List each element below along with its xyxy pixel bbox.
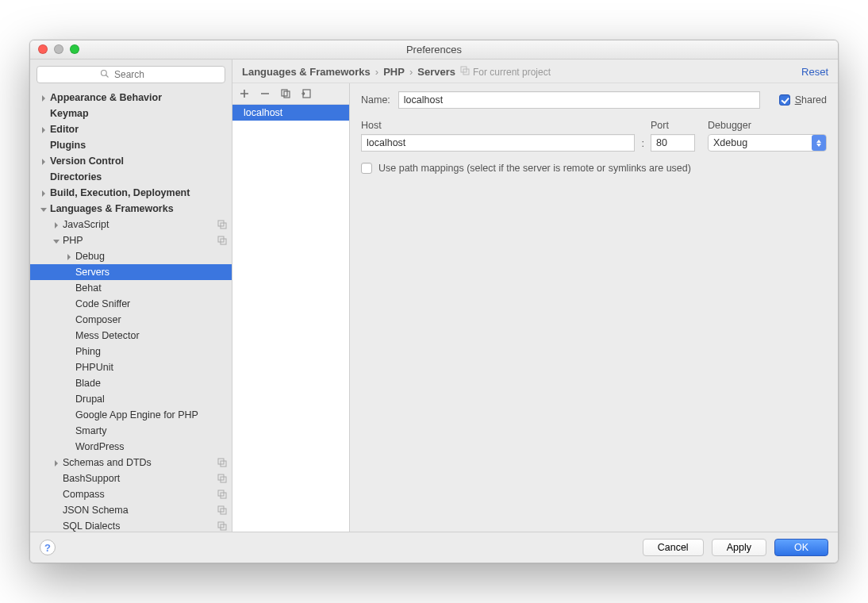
sidebar-item-directories[interactable]: Directories [30, 169, 232, 185]
search-input[interactable] [114, 69, 162, 80]
main-panel: Languages & Frameworks › PHP › Servers F… [232, 60, 838, 532]
reset-link[interactable]: Reset [801, 66, 828, 78]
titlebar: Preferences [30, 40, 838, 60]
sidebar-item-servers[interactable]: Servers [30, 264, 232, 280]
arrow-placeholder [40, 109, 48, 117]
settings-tree[interactable]: Appearance & BehaviorKeymapEditorPlugins… [30, 90, 232, 532]
sidebar-item-phpunit[interactable]: PHPUnit [30, 359, 232, 375]
sidebar-item-plugins[interactable]: Plugins [30, 137, 232, 153]
search-box[interactable] [36, 66, 225, 83]
host-label: Host [361, 120, 635, 131]
svg-point-0 [102, 70, 107, 75]
sidebar-item-compass[interactable]: Compass [30, 486, 232, 502]
sidebar-item-mess-detector[interactable]: Mess Detector [30, 328, 232, 344]
sidebar-item-languages-frameworks[interactable]: Languages & Frameworks [30, 201, 232, 217]
shared-checkbox[interactable] [779, 94, 790, 106]
sidebar-item-label: Blade [75, 378, 227, 389]
sidebar-item-label: Servers [75, 267, 227, 278]
sidebar-item-smarty[interactable]: Smarty [30, 423, 232, 439]
breadcrumb-part[interactable]: Servers [417, 66, 455, 78]
sidebar-item-label: BashSupport [63, 473, 217, 484]
sidebar-item-google-app-engine-for-php[interactable]: Google App Engine for PHP [30, 407, 232, 423]
project-scope-icon [217, 236, 227, 245]
sidebar-item-label: Drupal [75, 394, 227, 405]
sidebar-item-blade[interactable]: Blade [30, 375, 232, 391]
sidebar-item-php[interactable]: PHP [30, 232, 232, 248]
chevron-right-icon [40, 189, 48, 197]
minimize-window-button[interactable] [54, 44, 63, 54]
sidebar-item-label: Compass [63, 489, 217, 500]
chevron-right-icon: › [409, 66, 413, 78]
help-button[interactable]: ? [40, 540, 56, 555]
sidebar-item-label: Code Sniffer [75, 298, 227, 309]
import-server-button[interactable] [299, 86, 313, 101]
shared-checkbox-group[interactable]: Shared [779, 94, 827, 106]
project-scope-icon [217, 505, 227, 515]
sidebar-item-label: JavaScript [63, 219, 217, 230]
arrow-placeholder [65, 427, 73, 435]
debugger-label: Debugger [708, 120, 827, 131]
close-window-button[interactable] [38, 44, 48, 54]
sidebar-item-version-control[interactable]: Version Control [30, 153, 232, 169]
sidebar-item-javascript[interactable]: JavaScript [30, 217, 232, 232]
sidebar-item-keymap[interactable]: Keymap [30, 106, 232, 121]
name-label: Name: [361, 94, 390, 106]
cancel-button[interactable]: Cancel [643, 539, 704, 556]
zoom-window-button[interactable] [70, 44, 79, 54]
server-item-localhost[interactable]: localhost [232, 105, 349, 121]
host-field[interactable] [361, 134, 635, 152]
server-item-label: localhost [244, 107, 282, 118]
sidebar-item-label: Debug [75, 251, 227, 262]
breadcrumb: Languages & Frameworks › PHP › Servers F… [242, 66, 551, 78]
sidebar-item-label: Phing [75, 346, 227, 357]
sidebar-item-bashsupport[interactable]: BashSupport [30, 470, 232, 486]
sidebar-item-phing[interactable]: Phing [30, 344, 232, 359]
preferences-window: Preferences Appearance & BehaviorKeymapE… [29, 40, 839, 563]
sidebar-item-build-execution-deployment[interactable]: Build, Execution, Deployment [30, 185, 232, 201]
sidebar-item-label: Schemas and DTDs [63, 457, 217, 468]
chevron-right-icon [52, 459, 60, 467]
copy-server-button[interactable] [278, 86, 293, 101]
debugger-value: Xdebug [713, 137, 747, 148]
project-scope-icon [217, 220, 227, 229]
servers-list[interactable]: localhost [232, 105, 349, 532]
breadcrumb-part[interactable]: PHP [383, 66, 405, 78]
sidebar-item-editor[interactable]: Editor [30, 121, 232, 137]
sidebar-item-appearance-behavior[interactable]: Appearance & Behavior [30, 90, 232, 106]
arrow-placeholder [65, 300, 73, 308]
remove-server-button[interactable] [258, 86, 272, 101]
debugger-select[interactable]: Xdebug [708, 134, 827, 152]
sidebar-item-sql-dialects[interactable]: SQL Dialects [30, 518, 232, 532]
sidebar-item-label: WordPress [75, 441, 227, 452]
breadcrumb-part[interactable]: Languages & Frameworks [242, 66, 371, 78]
chevron-right-icon: › [375, 66, 378, 78]
add-server-button[interactable] [237, 86, 252, 101]
sidebar-item-drupal[interactable]: Drupal [30, 391, 232, 407]
select-arrow-icon [812, 135, 826, 151]
apply-button[interactable]: Apply [712, 539, 766, 556]
arrow-placeholder [65, 316, 73, 324]
sidebar-item-code-sniffer[interactable]: Code Sniffer [30, 296, 232, 312]
sidebar-item-label: Plugins [50, 140, 227, 151]
sidebar-item-wordpress[interactable]: WordPress [30, 439, 232, 455]
body: Appearance & BehaviorKeymapEditorPlugins… [30, 60, 838, 532]
sidebar-item-behat[interactable]: Behat [30, 280, 232, 296]
port-field[interactable] [651, 134, 695, 152]
chevron-down-icon [40, 205, 48, 213]
search-icon [100, 69, 109, 81]
ok-button[interactable]: OK [774, 539, 828, 556]
servers-panel: localhost [232, 83, 350, 532]
sidebar-item-label: Keymap [50, 108, 227, 119]
sidebar-item-label: Mess Detector [75, 330, 227, 341]
sidebar-item-composer[interactable]: Composer [30, 312, 232, 328]
sidebar-item-json-schema[interactable]: JSON Schema [30, 502, 232, 518]
path-mappings-row[interactable]: Use path mappings (select if the server … [361, 163, 827, 174]
sidebar-item-debug[interactable]: Debug [30, 248, 232, 264]
sidebar: Appearance & BehaviorKeymapEditorPlugins… [30, 60, 232, 532]
path-mappings-checkbox[interactable] [361, 163, 372, 174]
chevron-right-icon [40, 94, 48, 102]
project-scope-icon [217, 490, 227, 499]
name-field[interactable] [398, 91, 760, 109]
path-mappings-label: Use path mappings (select if the server … [378, 163, 691, 174]
sidebar-item-schemas-and-dtds[interactable]: Schemas and DTDs [30, 455, 232, 470]
